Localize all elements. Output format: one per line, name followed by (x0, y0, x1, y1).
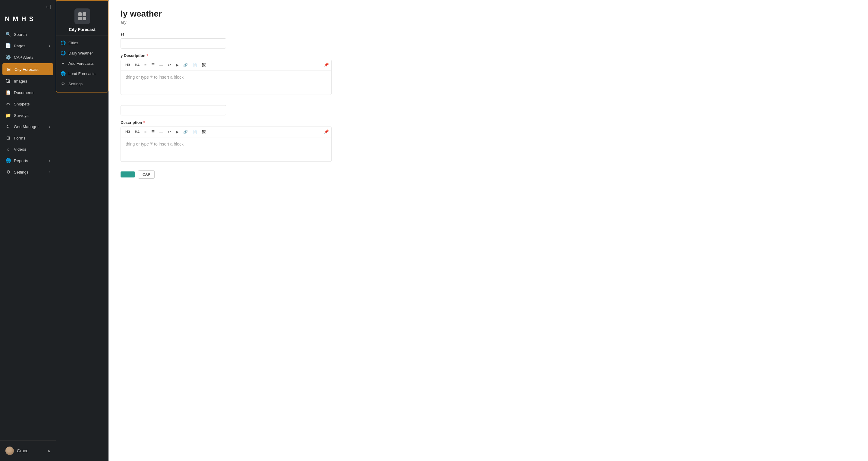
chevron-right-icon: › (49, 159, 50, 162)
play-button[interactable]: ▶ (174, 62, 181, 68)
divider-button[interactable]: — (157, 62, 165, 68)
sidebar-item-label: Settings (14, 170, 29, 175)
sidebar-item-forms[interactable]: ⊞ Forms (2, 132, 53, 144)
enter-button-2[interactable]: ↩ (166, 129, 173, 135)
editor-toolbar-1: H3 H4 ≡ ☰ — ↩ ▶ 🔗 📄 🖼 (121, 60, 331, 70)
sidebar-item-label: City Forecast (14, 67, 38, 72)
play-button-2[interactable]: ▶ (174, 129, 181, 135)
submenu-item-label: Add Forecasts (68, 61, 94, 66)
editor-toolbar-2: H3 H4 ≡ ☰ — ↩ ▶ 🔗 📄 🖼 (121, 127, 331, 137)
main-content: ly weather ary st y Description * H3 H4 … (108, 0, 868, 461)
sidebar-item-cap-alerts[interactable]: ⚙️ CAP Alerts (2, 52, 53, 63)
sidebar-item-label: Pages (14, 44, 25, 48)
sidebar-item-reports[interactable]: 🌐 Reports › (2, 155, 53, 166)
globe-icon: 🌐 (61, 40, 65, 45)
ordered-list-button-2[interactable]: ≡ (142, 129, 149, 135)
sidebar-item-label: Search (14, 32, 27, 37)
globe-icon: 🌐 (61, 51, 65, 56)
sidebar-item-search[interactable]: 🔍 Search (2, 29, 53, 40)
editor-body-1[interactable]: thing or type '/' to insert a block (121, 70, 331, 95)
grid-cell (83, 12, 86, 16)
sidebar-nav: 🔍 Search 📄 Pages › ⚙️ CAP Alerts ⊞ City … (0, 29, 56, 440)
submenu-item-load-forecasts[interactable]: 🌐 Load Forecasts (56, 68, 108, 79)
ordered-list-button[interactable]: ≡ (142, 62, 149, 68)
page-subtitle: ary (121, 20, 856, 25)
sidebar-item-label: Forms (14, 136, 25, 141)
h4-button-2[interactable]: H4 (133, 129, 141, 135)
form-section-1: st y Description * H3 H4 ≡ ☰ — (121, 32, 856, 95)
sidebar-item-label: Documents (14, 90, 34, 95)
user-profile[interactable]: Grace ∧ (2, 444, 53, 457)
document-button-2[interactable]: 📄 (190, 129, 199, 135)
description-label-2: Description * (121, 120, 856, 125)
submenu-wrapper: City Forecast 🌐 Cities 🌐 Daily Weather +… (56, 0, 108, 461)
unordered-list-button-2[interactable]: ☰ (149, 129, 157, 135)
text-input-1[interactable] (121, 38, 226, 49)
sidebar-item-videos[interactable]: ○ Videos (2, 144, 53, 155)
chevron-left-icon: ‹ (49, 67, 50, 71)
h3-button[interactable]: H3 (123, 62, 132, 68)
divider-button-2[interactable]: — (157, 129, 165, 135)
sidebar-item-geo-manager[interactable]: 🗂 Geo Manager › (2, 121, 53, 132)
grid-cell (79, 12, 82, 16)
sidebar: ←| N M H S 🔍 Search 📄 Pages › ⚙️ CAP Ale… (0, 0, 56, 461)
reports-icon: 🌐 (5, 158, 11, 163)
unordered-list-button[interactable]: ☰ (149, 62, 157, 68)
sidebar-item-label: Reports (14, 158, 28, 163)
sidebar-item-city-forecast[interactable]: ⊞ City Forecast ‹ (2, 63, 53, 75)
sidebar-header: ←| (0, 0, 56, 13)
link-button-2[interactable]: 🔗 (181, 129, 190, 135)
teal-action-button[interactable] (121, 172, 135, 178)
text-input-2[interactable] (121, 105, 226, 115)
pin-button-1[interactable]: 📌 (324, 62, 329, 67)
image-button-2[interactable]: 🖼 (200, 129, 208, 135)
enter-button[interactable]: ↩ (166, 62, 173, 68)
city-forecast-icon: ⊞ (6, 67, 11, 72)
brand-logo: N M H S (0, 13, 56, 29)
link-button[interactable]: 🔗 (181, 62, 190, 68)
cap-alerts-icon: ⚙️ (5, 55, 11, 60)
submenu-icon-box (74, 8, 90, 24)
sidebar-item-label: Images (14, 79, 27, 84)
rich-text-editor-2: H3 H4 ≡ ☰ — ↩ ▶ 🔗 📄 🖼 thing or type '/' … (121, 127, 332, 162)
chevron-right-icon: › (49, 170, 50, 174)
sidebar-item-label: Videos (14, 147, 26, 152)
sidebar-item-images[interactable]: 🖼 Images (2, 76, 53, 87)
sidebar-item-pages[interactable]: 📄 Pages › (2, 40, 53, 51)
description-label-1: y Description * (121, 53, 856, 58)
sidebar-item-settings[interactable]: ⚙ Settings › (2, 166, 53, 178)
sidebar-item-snippets[interactable]: ✂ Snippets (2, 98, 53, 110)
search-icon: 🔍 (5, 32, 11, 37)
sidebar-item-label: Snippets (14, 102, 30, 106)
image-button[interactable]: 🖼 (200, 62, 208, 68)
avatar (5, 447, 14, 455)
ordered-list-icon: ≡ (144, 63, 147, 67)
pin-button-2[interactable]: 📌 (324, 129, 329, 134)
settings-icon: ⚙ (5, 169, 11, 175)
sidebar-footer: Grace ∧ (0, 440, 56, 461)
required-indicator: * (147, 53, 148, 58)
pages-icon: 📄 (5, 43, 11, 49)
submenu-item-add-forecasts[interactable]: + Add Forecasts (56, 58, 108, 68)
field-label-st: st (121, 32, 856, 36)
submenu-header: City Forecast (56, 4, 108, 36)
sidebar-item-surveys[interactable]: 📁 Surveys (2, 110, 53, 121)
submenu-item-cities[interactable]: 🌐 Cities (56, 38, 108, 48)
editor-body-2[interactable]: thing or type '/' to insert a block (121, 137, 331, 161)
images-icon: 🖼 (5, 79, 11, 84)
sidebar-item-label: CAP Alerts (14, 55, 33, 60)
action-bar: CAP (121, 170, 856, 179)
submenu-title: City Forecast (69, 27, 96, 32)
sidebar-item-documents[interactable]: 📋 Documents (2, 87, 53, 98)
forms-icon: ⊞ (5, 135, 11, 141)
h3-button-2[interactable]: H3 (123, 129, 132, 135)
collapse-button[interactable]: ←| (45, 4, 51, 10)
grid-cell (83, 17, 86, 21)
document-button[interactable]: 📄 (190, 62, 199, 68)
submenu-item-daily-weather[interactable]: 🌐 Daily Weather (56, 48, 108, 58)
h4-button[interactable]: H4 (133, 62, 141, 68)
chevron-up-icon: ∧ (47, 448, 50, 453)
unordered-list-icon: ☰ (151, 63, 155, 67)
submenu-item-settings[interactable]: ⚙ Settings (56, 79, 108, 89)
plus-icon: + (61, 61, 65, 66)
